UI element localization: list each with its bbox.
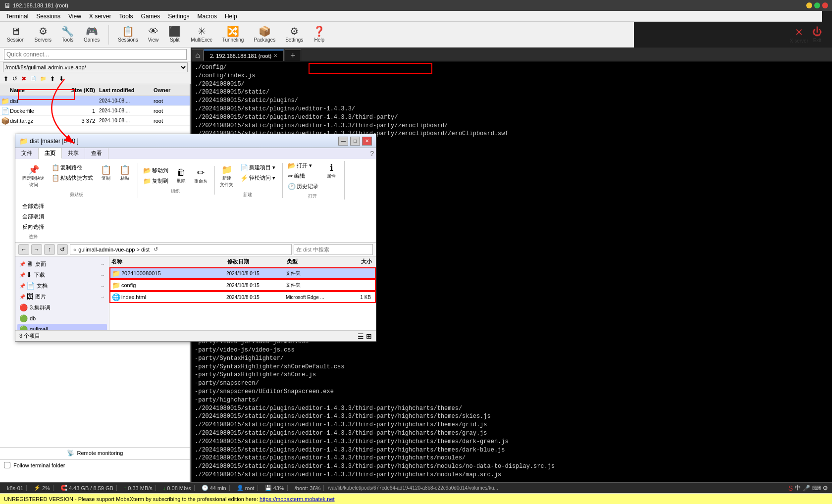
sftp-newdir-btn[interactable]: 📁: [39, 75, 48, 82]
sidebar-item-documents[interactable]: 📌 📄 文档 →: [17, 280, 107, 291]
menu-tools[interactable]: Tools: [115, 12, 137, 21]
ribbon-paste-btn[interactable]: 📋 粘贴: [116, 163, 134, 183]
file-row-dist[interactable]: 📁 dist 2024-10-08.... root: [0, 96, 190, 106]
exit-button[interactable]: ⏻ Exit: [812, 26, 822, 43]
toolbar-sessions[interactable]: 📋 Sessions: [115, 25, 141, 44]
ribbon-tab-file[interactable]: 文件: [15, 148, 39, 159]
follow-terminal-checkbox[interactable]: [4, 462, 10, 468]
toolbar-packages[interactable]: 📦 Packages: [251, 25, 278, 44]
menu-xserver[interactable]: X server: [85, 12, 115, 21]
addr-up-btn[interactable]: ↑: [44, 244, 55, 255]
menu-settings[interactable]: Settings: [164, 12, 193, 21]
ribbon-collapse-button[interactable]: ?: [370, 150, 374, 157]
sidebar-item-db[interactable]: 🟢 db: [17, 313, 107, 324]
addr-refresh-btn[interactable]: ↺: [57, 244, 68, 255]
ribbon-properties-btn[interactable]: ℹ 属性: [322, 161, 340, 181]
sftp-home-btn[interactable]: ⬆: [2, 75, 10, 83]
col-name-header[interactable]: Name: [0, 87, 69, 93]
explorer-minimize-button[interactable]: —: [338, 137, 348, 146]
col-size-header[interactable]: Size (KB): [69, 87, 99, 93]
ribbon-select-all-btn[interactable]: 全部选择: [19, 202, 47, 211]
ribbon-easy-access-btn[interactable]: ⚡ 轻松访问 ▾: [237, 173, 278, 183]
toolbar-games[interactable]: 🎮 Games: [81, 25, 103, 44]
toolbar-multiexec[interactable]: ✳ MultiExec: [188, 25, 215, 44]
status-mic-icon[interactable]: 🎤: [803, 485, 810, 492]
ribbon-move-to-btn[interactable]: 📂 移动到: [140, 166, 171, 175]
addr-refresh-icon[interactable]: ↺: [154, 246, 158, 252]
file-row-disttargz[interactable]: 📦 dist.tar.gz 3 372 2024-10-08.... root: [0, 116, 190, 126]
exp-file-row-config[interactable]: 📁 config 2024/10/8 0:15 文件夹: [109, 279, 376, 291]
ribbon-new-item-btn[interactable]: 📄 新建项目 ▾: [237, 163, 278, 172]
explorer-close-button[interactable]: ✕: [362, 137, 372, 146]
unregistered-link[interactable]: https://mobaxterm.mobatek.net: [260, 496, 335, 502]
toolbar-session[interactable]: 🖥 Session: [4, 25, 28, 44]
exp-list-view-btn[interactable]: ☰: [358, 332, 364, 340]
ribbon-invert-select-btn[interactable]: 反向选择: [19, 222, 47, 232]
status-zh-icon[interactable]: 中: [795, 484, 801, 492]
ribbon-copy-to-btn[interactable]: 📁 复制到: [140, 176, 171, 186]
ribbon-copy-path-btn[interactable]: 📋 复制路径: [49, 163, 96, 172]
ribbon-rename-btn[interactable]: ✏ 重命名: [191, 166, 210, 186]
ribbon-copy-btn[interactable]: 📋 复制: [97, 163, 115, 183]
toolbar-settings[interactable]: ⚙ Settings: [282, 25, 306, 44]
toolbar-tools[interactable]: 🔧 Tools: [58, 25, 77, 44]
col-owner-header[interactable]: Owner: [154, 87, 178, 93]
exp-file-row-index[interactable]: 🌐 index.html 2024/10/8 0:15 Microsoft Ed…: [109, 291, 376, 303]
toolbar-help[interactable]: ❓ Help: [310, 25, 328, 44]
sftp-download-btn[interactable]: ⬇: [57, 75, 65, 83]
ribbon-open-btn[interactable]: 📂 打开 ▾: [285, 161, 321, 170]
toolbar-tunneling[interactable]: 🔀 Tunneling: [219, 25, 247, 44]
menu-help[interactable]: Help: [221, 12, 241, 21]
exp-col-type[interactable]: 类型: [287, 258, 346, 265]
status-keyboard-icon[interactable]: ⌨: [812, 485, 821, 492]
ribbon-tab-view[interactable]: 查看: [85, 148, 108, 159]
menu-macros[interactable]: Macros: [194, 12, 221, 21]
explorer-maximize-button[interactable]: □: [350, 137, 360, 146]
toolbar-view[interactable]: 👁 View: [145, 25, 162, 44]
sidebar-item-pictures[interactable]: 📌 🖼 图片 →: [17, 291, 107, 302]
minimize-button[interactable]: [806, 2, 812, 8]
add-tab-button[interactable]: +: [285, 50, 301, 61]
sidebar-item-gulimall[interactable]: 🟢 gulimall: [17, 324, 107, 330]
exp-col-date[interactable]: 修改日期: [227, 258, 287, 265]
xserver-button[interactable]: ✕ X server: [790, 26, 808, 44]
menu-terminal[interactable]: Terminal: [2, 12, 32, 21]
ribbon-new-folder-btn[interactable]: 📁 新建 文件夹: [217, 163, 236, 190]
follow-terminal-row[interactable]: Follow terminal folder: [0, 459, 190, 470]
ribbon-tab-home[interactable]: 主页: [39, 148, 62, 159]
status-settings2-icon[interactable]: ⚙: [823, 485, 828, 492]
close-button[interactable]: [822, 2, 828, 8]
addr-forward-btn[interactable]: →: [31, 244, 42, 255]
sftp-upload-btn[interactable]: ⬆: [49, 75, 56, 83]
addr-back-btn[interactable]: ←: [18, 244, 29, 255]
ribbon-tab-share[interactable]: 共享: [62, 148, 85, 159]
exp-col-name[interactable]: 名称: [109, 258, 227, 265]
exp-grid-view-btn[interactable]: ⊞: [366, 332, 372, 340]
exp-col-size[interactable]: 大小: [346, 258, 376, 265]
toolbar-split[interactable]: ⬛ Split: [165, 25, 184, 44]
address-input[interactable]: « gulimall-admin-vue-app > dist ↺: [70, 244, 292, 255]
exp-file-row-20241[interactable]: 📁 2024100080015 2024/10/8 0:15 文件夹: [109, 267, 376, 279]
ribbon-history-btn[interactable]: 🕐 历史记录: [285, 182, 321, 191]
ribbon-delete-btn[interactable]: 🗑 删除: [172, 166, 190, 186]
menu-sessions[interactable]: Sessions: [32, 12, 64, 21]
ribbon-paste-shortcut-btn[interactable]: 📋 粘贴快捷方式: [49, 173, 96, 183]
terminal-tab-active[interactable]: 2. 192.168.188.181 (root) ✕: [204, 50, 284, 61]
menu-view[interactable]: View: [64, 12, 85, 21]
ribbon-select-none-btn[interactable]: 全部取消: [19, 212, 47, 221]
sftp-path-select[interactable]: /root/k8s/gulimall-admin-vue-app/: [3, 62, 188, 72]
sftp-newfile-btn[interactable]: 📄: [29, 75, 38, 82]
ribbon-edit-btn[interactable]: ✏ 编辑: [285, 171, 321, 181]
col-modified-header[interactable]: Last modified: [99, 87, 154, 93]
toolbar-servers[interactable]: ⚙ Servers: [32, 25, 54, 44]
tab-home-btn[interactable]: ⌂: [192, 50, 204, 60]
status-sinocipher-icon[interactable]: S: [788, 484, 793, 492]
explorer-search-input[interactable]: [294, 244, 373, 255]
sidebar-item-desktop[interactable]: 📌 🖥 桌面 →: [17, 258, 107, 269]
file-row-dockerfile[interactable]: 📄 Dockerfile 1 2024-10-08.... root: [0, 106, 190, 116]
sftp-delete-btn[interactable]: ✖: [20, 75, 28, 83]
ribbon-pin-button[interactable]: 📌 固定到快速 访问: [19, 163, 48, 190]
maximize-button[interactable]: [814, 2, 820, 8]
menu-games[interactable]: Games: [137, 12, 164, 21]
sidebar-item-downloads[interactable]: 📌 ⬇ 下载 →: [17, 269, 107, 280]
